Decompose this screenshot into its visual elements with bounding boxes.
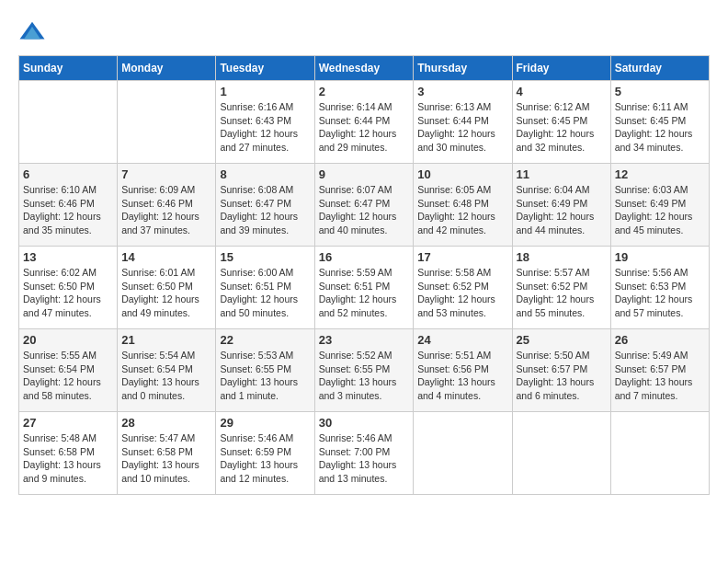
day-number: 6 bbox=[23, 167, 113, 181]
day-number: 13 bbox=[23, 250, 113, 264]
calendar-cell: 3Sunrise: 6:13 AM Sunset: 6:44 PM Daylig… bbox=[414, 81, 512, 164]
weekday-header-wednesday: Wednesday bbox=[314, 56, 414, 81]
calendar-cell: 19Sunrise: 5:56 AM Sunset: 6:53 PM Dayli… bbox=[610, 247, 709, 329]
day-info: Sunrise: 6:07 AM Sunset: 6:47 PM Dayligh… bbox=[319, 183, 410, 237]
calendar-cell: 16Sunrise: 5:59 AM Sunset: 6:51 PM Dayli… bbox=[314, 247, 414, 329]
day-number: 10 bbox=[417, 167, 507, 181]
day-info: Sunrise: 6:11 AM Sunset: 6:45 PM Dayligh… bbox=[615, 100, 705, 155]
calendar-cell: 8Sunrise: 6:08 AM Sunset: 6:47 PM Daylig… bbox=[216, 164, 314, 247]
day-number: 27 bbox=[23, 416, 113, 430]
day-number: 23 bbox=[319, 333, 410, 347]
day-info: Sunrise: 5:47 AM Sunset: 6:58 PM Dayligh… bbox=[121, 431, 211, 486]
day-number: 8 bbox=[220, 167, 310, 181]
day-info: Sunrise: 6:01 AM Sunset: 6:50 PM Dayligh… bbox=[121, 266, 211, 320]
calendar-cell: 10Sunrise: 6:05 AM Sunset: 6:48 PM Dayli… bbox=[414, 164, 512, 247]
day-info: Sunrise: 5:59 AM Sunset: 6:51 PM Dayligh… bbox=[319, 266, 410, 320]
calendar-cell: 5Sunrise: 6:11 AM Sunset: 6:45 PM Daylig… bbox=[610, 81, 709, 164]
calendar-cell: 25Sunrise: 5:50 AM Sunset: 6:57 PM Dayli… bbox=[512, 329, 610, 412]
day-number: 5 bbox=[615, 85, 705, 98]
calendar-cell: 27Sunrise: 5:48 AM Sunset: 6:58 PM Dayli… bbox=[19, 412, 118, 495]
day-info: Sunrise: 5:53 AM Sunset: 6:55 PM Dayligh… bbox=[220, 349, 310, 403]
calendar-cell: 24Sunrise: 5:51 AM Sunset: 6:56 PM Dayli… bbox=[414, 329, 512, 412]
calendar-cell: 18Sunrise: 5:57 AM Sunset: 6:52 PM Dayli… bbox=[512, 247, 610, 329]
calendar-table: SundayMondayTuesdayWednesdayThursdayFrid… bbox=[18, 55, 710, 495]
calendar-cell: 12Sunrise: 6:03 AM Sunset: 6:49 PM Dayli… bbox=[610, 164, 709, 247]
day-number: 21 bbox=[121, 333, 211, 347]
day-number: 2 bbox=[319, 85, 410, 98]
calendar-week-3: 13Sunrise: 6:02 AM Sunset: 6:50 PM Dayli… bbox=[19, 247, 710, 329]
weekday-header-friday: Friday bbox=[512, 56, 610, 81]
calendar-cell bbox=[118, 81, 216, 164]
page-header bbox=[18, 18, 710, 46]
day-info: Sunrise: 6:08 AM Sunset: 6:47 PM Dayligh… bbox=[220, 183, 310, 237]
day-number: 26 bbox=[615, 333, 705, 347]
day-number: 16 bbox=[319, 250, 410, 264]
day-info: Sunrise: 6:02 AM Sunset: 6:50 PM Dayligh… bbox=[23, 266, 113, 320]
calendar-cell: 11Sunrise: 6:04 AM Sunset: 6:49 PM Dayli… bbox=[512, 164, 610, 247]
day-info: Sunrise: 5:54 AM Sunset: 6:54 PM Dayligh… bbox=[121, 349, 211, 403]
day-info: Sunrise: 6:04 AM Sunset: 6:49 PM Dayligh… bbox=[517, 183, 607, 237]
day-info: Sunrise: 6:05 AM Sunset: 6:48 PM Dayligh… bbox=[417, 183, 507, 237]
day-number: 9 bbox=[319, 167, 410, 181]
calendar-cell: 7Sunrise: 6:09 AM Sunset: 6:46 PM Daylig… bbox=[118, 164, 216, 247]
calendar-cell: 21Sunrise: 5:54 AM Sunset: 6:54 PM Dayli… bbox=[118, 329, 216, 412]
day-number: 15 bbox=[220, 250, 310, 264]
day-number: 1 bbox=[220, 85, 310, 98]
weekday-header-tuesday: Tuesday bbox=[216, 56, 314, 81]
weekday-header-row: SundayMondayTuesdayWednesdayThursdayFrid… bbox=[19, 56, 710, 81]
day-number: 19 bbox=[615, 250, 705, 264]
day-number: 25 bbox=[517, 333, 607, 347]
day-info: Sunrise: 6:14 AM Sunset: 6:44 PM Dayligh… bbox=[319, 100, 410, 155]
day-number: 17 bbox=[417, 250, 507, 264]
calendar-week-2: 6Sunrise: 6:10 AM Sunset: 6:46 PM Daylig… bbox=[19, 164, 710, 247]
calendar-cell bbox=[414, 412, 512, 495]
calendar-week-1: 1Sunrise: 6:16 AM Sunset: 6:43 PM Daylig… bbox=[19, 81, 710, 164]
weekday-header-saturday: Saturday bbox=[610, 56, 709, 81]
logo bbox=[18, 18, 50, 46]
day-info: Sunrise: 5:46 AM Sunset: 6:59 PM Dayligh… bbox=[220, 431, 310, 486]
day-info: Sunrise: 6:13 AM Sunset: 6:44 PM Dayligh… bbox=[417, 100, 507, 155]
day-number: 28 bbox=[121, 416, 211, 430]
day-info: Sunrise: 6:10 AM Sunset: 6:46 PM Dayligh… bbox=[23, 183, 113, 237]
calendar-cell: 6Sunrise: 6:10 AM Sunset: 6:46 PM Daylig… bbox=[19, 164, 118, 247]
day-info: Sunrise: 5:46 AM Sunset: 7:00 PM Dayligh… bbox=[319, 431, 410, 486]
weekday-header-sunday: Sunday bbox=[19, 56, 118, 81]
calendar-cell: 14Sunrise: 6:01 AM Sunset: 6:50 PM Dayli… bbox=[118, 247, 216, 329]
day-number: 29 bbox=[220, 416, 310, 430]
calendar-cell: 9Sunrise: 6:07 AM Sunset: 6:47 PM Daylig… bbox=[314, 164, 414, 247]
calendar-cell: 13Sunrise: 6:02 AM Sunset: 6:50 PM Dayli… bbox=[19, 247, 118, 329]
calendar-cell: 1Sunrise: 6:16 AM Sunset: 6:43 PM Daylig… bbox=[216, 81, 314, 164]
calendar-cell: 4Sunrise: 6:12 AM Sunset: 6:45 PM Daylig… bbox=[512, 81, 610, 164]
day-info: Sunrise: 6:03 AM Sunset: 6:49 PM Dayligh… bbox=[615, 183, 705, 237]
day-info: Sunrise: 5:49 AM Sunset: 6:57 PM Dayligh… bbox=[615, 349, 705, 403]
day-number: 3 bbox=[417, 85, 507, 98]
day-number: 12 bbox=[615, 167, 705, 181]
calendar-week-4: 20Sunrise: 5:55 AM Sunset: 6:54 PM Dayli… bbox=[19, 329, 710, 412]
day-info: Sunrise: 6:12 AM Sunset: 6:45 PM Dayligh… bbox=[517, 100, 607, 155]
day-number: 4 bbox=[517, 85, 607, 98]
day-info: Sunrise: 5:56 AM Sunset: 6:53 PM Dayligh… bbox=[615, 266, 705, 320]
calendar-week-5: 27Sunrise: 5:48 AM Sunset: 6:58 PM Dayli… bbox=[19, 412, 710, 495]
calendar-cell bbox=[19, 81, 118, 164]
day-info: Sunrise: 5:55 AM Sunset: 6:54 PM Dayligh… bbox=[23, 349, 113, 403]
logo-icon bbox=[18, 18, 46, 46]
day-info: Sunrise: 5:58 AM Sunset: 6:52 PM Dayligh… bbox=[417, 266, 507, 320]
day-info: Sunrise: 5:50 AM Sunset: 6:57 PM Dayligh… bbox=[517, 349, 607, 403]
day-info: Sunrise: 5:57 AM Sunset: 6:52 PM Dayligh… bbox=[517, 266, 607, 320]
calendar-cell bbox=[610, 412, 709, 495]
calendar-cell: 26Sunrise: 5:49 AM Sunset: 6:57 PM Dayli… bbox=[610, 329, 709, 412]
calendar-cell: 28Sunrise: 5:47 AM Sunset: 6:58 PM Dayli… bbox=[118, 412, 216, 495]
day-info: Sunrise: 6:09 AM Sunset: 6:46 PM Dayligh… bbox=[121, 183, 211, 237]
calendar-cell: 22Sunrise: 5:53 AM Sunset: 6:55 PM Dayli… bbox=[216, 329, 314, 412]
day-number: 18 bbox=[517, 250, 607, 264]
day-number: 11 bbox=[517, 167, 607, 181]
weekday-header-thursday: Thursday bbox=[414, 56, 512, 81]
day-info: Sunrise: 5:51 AM Sunset: 6:56 PM Dayligh… bbox=[417, 349, 507, 403]
calendar-cell: 15Sunrise: 6:00 AM Sunset: 6:51 PM Dayli… bbox=[216, 247, 314, 329]
calendar-cell: 17Sunrise: 5:58 AM Sunset: 6:52 PM Dayli… bbox=[414, 247, 512, 329]
day-number: 7 bbox=[121, 167, 211, 181]
day-number: 20 bbox=[23, 333, 113, 347]
calendar-cell: 29Sunrise: 5:46 AM Sunset: 6:59 PM Dayli… bbox=[216, 412, 314, 495]
calendar-cell: 2Sunrise: 6:14 AM Sunset: 6:44 PM Daylig… bbox=[314, 81, 414, 164]
calendar-cell: 30Sunrise: 5:46 AM Sunset: 7:00 PM Dayli… bbox=[314, 412, 414, 495]
